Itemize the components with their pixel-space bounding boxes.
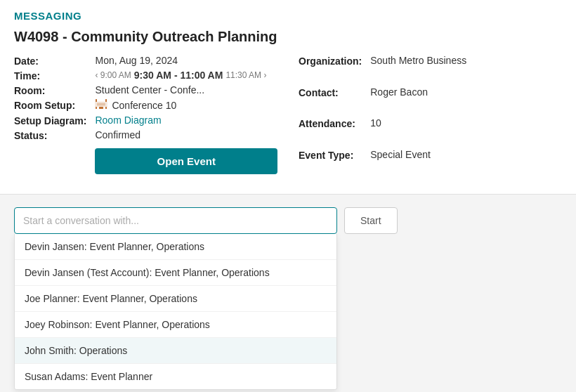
- room-diagram-link[interactable]: Room Diagram: [95, 115, 277, 126]
- contact-value: Roger Bacon: [370, 86, 562, 98]
- event-type-value: Special Event: [370, 149, 562, 160]
- details-right: Organization: South Metro Business Conta…: [277, 55, 562, 177]
- svg-rect-2: [96, 99, 97, 102]
- header: MESSAGING W4098 - Community Outreach Pla…: [0, 0, 576, 195]
- svg-rect-5: [105, 107, 107, 109]
- conference-icon: [95, 99, 107, 112]
- dropdown-item[interactable]: Devin Jansen (Test Account): Event Plann…: [15, 260, 336, 286]
- room-setup-label: Room Setup:: [14, 99, 86, 111]
- room-value: Student Center - Confe...: [95, 84, 277, 96]
- time-label: Time:: [14, 70, 86, 81]
- date-value: Mon, Aug 19, 2024: [95, 55, 277, 66]
- conversation-input-wrapper: Devin Jansen: Event Planner, OperationsD…: [14, 207, 337, 390]
- time-row: ‹ 9:00 AM 9:30 AM - 11:00 AM 11:30 AM ›: [95, 70, 277, 81]
- dropdown-item[interactable]: Devin Jansen: Event Planner, Operations: [15, 234, 336, 260]
- conversation-row: Devin Jansen: Event Planner, OperationsD…: [14, 207, 562, 390]
- dropdown-item[interactable]: Susan Adams: Event Planner: [15, 364, 336, 389]
- open-event-button[interactable]: Open Event: [95, 148, 277, 174]
- org-value: South Metro Business: [370, 55, 562, 66]
- svg-rect-4: [96, 107, 97, 109]
- event-type-label: Event Type:: [299, 149, 362, 161]
- messaging-section: Devin Jansen: Event Planner, OperationsD…: [0, 195, 576, 390]
- start-button[interactable]: Start: [344, 207, 398, 234]
- attendance-label: Attendance:: [299, 117, 362, 129]
- conversation-input[interactable]: [14, 207, 337, 234]
- time-next[interactable]: 11:30 AM ›: [225, 70, 266, 80]
- event-details: Date: Mon, Aug 19, 2024 Time: ‹ 9:00 AM …: [14, 55, 562, 177]
- svg-rect-3: [105, 99, 107, 102]
- conversation-dropdown: Devin Jansen: Event Planner, OperationsD…: [14, 234, 337, 390]
- dropdown-item[interactable]: Joe Planner: Event Planner, Operations: [15, 286, 336, 312]
- attendance-value: 10: [370, 117, 562, 129]
- room-setup-value: Conference 10: [112, 100, 176, 111]
- dropdown-item[interactable]: Joey Robinson: Event Planner, Operations: [15, 312, 336, 338]
- status-value: Confirmed: [95, 129, 277, 141]
- date-label: Date:: [14, 55, 86, 67]
- page-container: MESSAGING W4098 - Community Outreach Pla…: [0, 0, 576, 392]
- contact-label: Contact:: [299, 86, 362, 98]
- org-label: Organization:: [299, 55, 362, 67]
- details-left: Date: Mon, Aug 19, 2024 Time: ‹ 9:00 AM …: [14, 55, 277, 177]
- dropdown-item[interactable]: John Smith: Operations: [15, 338, 336, 364]
- app-title: MESSAGING: [14, 10, 562, 22]
- event-title: W4098 - Community Outreach Planning: [14, 29, 562, 45]
- svg-rect-1: [97, 103, 105, 106]
- room-label: Room:: [14, 84, 86, 96]
- time-prev[interactable]: ‹ 9:00 AM: [95, 70, 131, 80]
- setup-diagram-label: Setup Diagram:: [14, 115, 86, 126]
- status-label: Status:: [14, 129, 86, 141]
- svg-rect-6: [99, 107, 103, 109]
- room-setup-row: Conference 10: [95, 99, 277, 112]
- time-main: 9:30 AM - 11:00 AM: [134, 70, 223, 81]
